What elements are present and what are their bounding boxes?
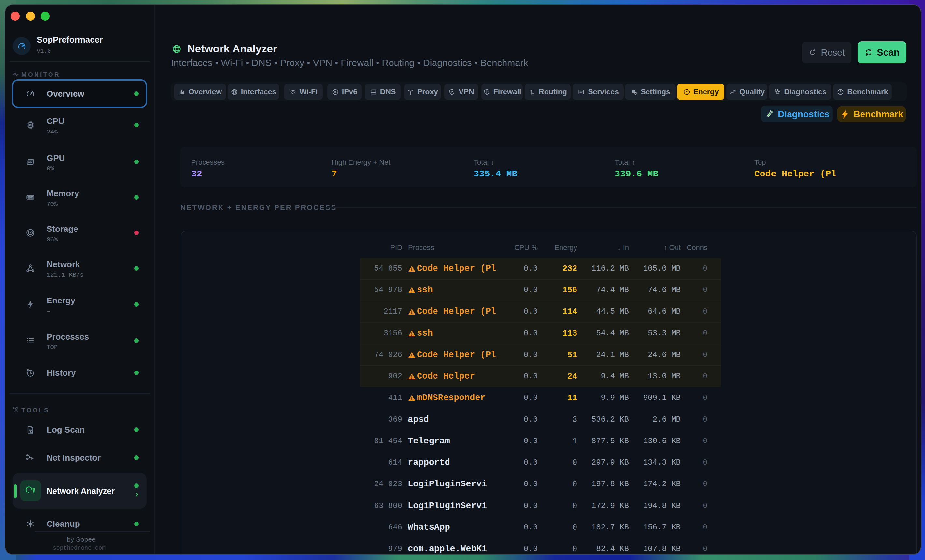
svg-text:6: 6 (334, 90, 336, 94)
